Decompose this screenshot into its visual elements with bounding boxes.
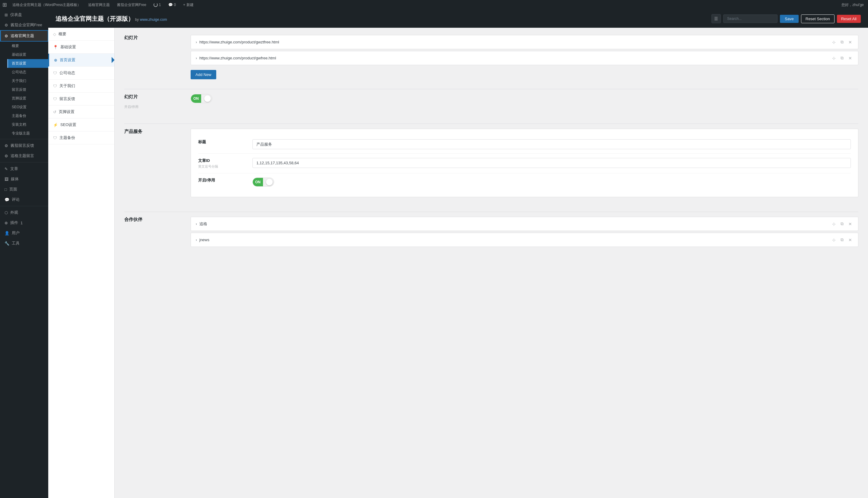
slide-row-2-arrow[interactable]: ›: [196, 56, 197, 60]
nav-item-homepage[interactable]: ⊕ 首页设置: [48, 54, 114, 67]
product-toggle-row: 开启/停用 ON: [198, 173, 851, 191]
sidebar-item-company[interactable]: 公司动态: [7, 68, 48, 77]
search-input[interactable]: [723, 14, 778, 23]
tools-icon: 🔧: [4, 241, 9, 246]
sidebar-item-seo[interactable]: SEO设置: [7, 103, 48, 112]
sidebar-item-posts[interactable]: ✎ 文章: [0, 164, 48, 174]
sidebar-item-comments[interactable]: 💬 评论: [0, 194, 48, 205]
sidebar-item-overview[interactable]: 概要: [7, 42, 48, 50]
product-title-field-label: 标题: [198, 139, 246, 145]
sidebar-item-pages[interactable]: □ 页面: [0, 184, 48, 194]
layout-toggle-button[interactable]: ☰: [711, 14, 721, 23]
customizer-header: 追格企业官网主题（开源版） by www.zhuige.com ☰ Save R…: [48, 10, 868, 28]
sidebar-item-appearance[interactable]: ⬡ 外观: [0, 207, 48, 218]
nav-item-about[interactable]: 🛡 关于我们: [48, 80, 114, 93]
wp-logo-icon[interactable]: ⊞: [2, 1, 7, 8]
slide-row-2-drag[interactable]: ⊹: [831, 55, 837, 61]
adminbar-theme-link[interactable]: 追格官网主题: [86, 0, 112, 10]
product-toggle-switch[interactable]: ON: [252, 178, 274, 187]
sidebar-item-pro[interactable]: 专业版主题: [7, 129, 48, 138]
sidebar-item-jiangjie-feedback[interactable]: ⚙ 酱茄留言反馈: [0, 141, 48, 151]
partners-label: 合作伙伴: [124, 217, 179, 222]
slide-row-1-arrow[interactable]: ›: [196, 40, 197, 44]
comment-icon: 💬: [168, 3, 173, 7]
nav-item-base[interactable]: 📍 基础设置: [48, 41, 114, 54]
nav-icon-themebackup: 🛡: [53, 136, 57, 140]
sync-icon: [154, 3, 158, 7]
product-service-card: 标题 文章ID 英文逗号: [191, 129, 858, 197]
partners-section: 合作伙伴 › 追格 ⊹ ⧉ ✕: [124, 212, 858, 253]
nav-icon-message: 🛡: [53, 97, 57, 101]
nav-item-message[interactable]: 🛡 留言反馈: [48, 93, 114, 105]
nav-item-themebackup[interactable]: 🛡 主题备份: [48, 131, 114, 144]
nav-item-seo[interactable]: ⚡ SEO设置: [48, 118, 114, 131]
slideshow-toggle-sublabel: 开启/停用: [124, 105, 179, 109]
customizer-website-link[interactable]: www.zhuige.com: [140, 17, 167, 22]
partner-row-2-arrow[interactable]: ›: [196, 238, 197, 242]
slideshow-on-label: ON: [191, 94, 201, 103]
sidebar-item-base[interactable]: 基础设置: [7, 50, 48, 59]
sidebar-item-users[interactable]: 👤 用户: [0, 228, 48, 238]
slide-row-2-delete[interactable]: ✕: [847, 55, 853, 61]
sidebar-item-tools[interactable]: 🔧 工具: [0, 238, 48, 248]
adminbar-new[interactable]: + 新建: [181, 0, 195, 10]
nav-icon-company: 🛡: [53, 71, 57, 75]
sidebar-item-plugins[interactable]: ⊕ 插件 1: [0, 218, 48, 228]
sidebar-item-about[interactable]: 关于我们: [7, 77, 48, 85]
sidebar-item-footer[interactable]: 页脚设置: [7, 94, 48, 103]
adminbar-comments[interactable]: 💬 0: [167, 0, 178, 10]
sidebar-item-backup[interactable]: 主题备份: [7, 112, 48, 120]
product-articleid-row: 文章ID 英文逗号分隔: [198, 154, 851, 173]
adminbar-sync[interactable]: 1: [152, 0, 163, 10]
slide-row-1-delete[interactable]: ✕: [847, 39, 853, 45]
slide-row-1-copy[interactable]: ⧉: [839, 39, 845, 45]
adminbar-user: 您好，zhui'ge: [840, 0, 866, 10]
partner-row-2: › jnews ⊹ ⧉ ✕: [191, 233, 858, 247]
reset-section-button[interactable]: Reset Section: [801, 14, 834, 23]
partner-row-2-delete[interactable]: ✕: [847, 237, 853, 243]
slide-row-2-copy[interactable]: ⧉: [839, 55, 845, 61]
nav-icon-footer: ↺: [53, 110, 56, 114]
sidebar-item-dashboard[interactable]: ⊞ 仪表盘: [0, 10, 48, 20]
partner-row-2-actions: ⊹ ⧉ ✕: [831, 237, 853, 243]
settings-icon-3: ⚙: [4, 144, 8, 148]
adminbar-site-name[interactable]: 追格企业官网主题（WordPress主题模板）: [11, 0, 83, 10]
slide-row-1: › https://www.zhuige.com/product/gwztfre…: [191, 35, 858, 49]
sidebar-item-zhuige[interactable]: ⚙ 追格官网主题: [0, 30, 48, 42]
sidebar-item-docs[interactable]: 安装文档: [7, 120, 48, 129]
customizer-title: 追格企业官网主题（开源版） by www.zhuige.com: [55, 15, 167, 23]
slide-row-2-actions: ⊹ ⧉ ✕: [831, 55, 853, 61]
sidebar-item-homepage[interactable]: 首页设置: [7, 59, 48, 68]
slideshow-toggle-knob: [204, 95, 211, 102]
partner-row-1-arrow[interactable]: ›: [196, 222, 197, 226]
sidebar-item-zhuige-feedback[interactable]: ⚙ 追格主题留言: [0, 151, 48, 161]
reset-all-button[interactable]: Reset All: [837, 15, 861, 23]
save-button[interactable]: Save: [780, 15, 799, 23]
partner-row-1-copy[interactable]: ⧉: [839, 221, 845, 227]
sidebar-item-message[interactable]: 留言反馈: [7, 85, 48, 94]
admin-bar: ⊞ 追格企业官网主题（WordPress主题模板） 追格官网主题 酱茄企业官网F…: [0, 0, 868, 10]
sidebar-item-media[interactable]: 🖼 媒体: [0, 174, 48, 184]
add-new-slide-button[interactable]: Add New: [191, 70, 216, 79]
nav-item-company[interactable]: 🛡 公司动态: [48, 67, 114, 80]
slideshow-toggle-switch[interactable]: ON: [191, 94, 212, 103]
slide-row-1-drag[interactable]: ⊹: [831, 39, 837, 45]
partner-row-1-delete[interactable]: ✕: [847, 221, 853, 227]
product-service-label: 产品服务: [124, 129, 179, 134]
partner-row-2-copy[interactable]: ⧉: [839, 237, 845, 243]
product-articleid-input[interactable]: [252, 158, 851, 168]
media-icon: 🖼: [4, 177, 9, 182]
nav-item-gaiyo[interactable]: ◇ 概要: [48, 28, 114, 41]
partner-row-2-drag[interactable]: ⊹: [831, 237, 837, 243]
product-title-input[interactable]: [252, 139, 851, 149]
customizer-actions: ☰ Save Reset Section Reset All: [711, 14, 861, 23]
adminbar-free-link[interactable]: 酱茄企业官网Free: [115, 0, 148, 10]
slide-row-2: › https://www.zhuige.com/product/gwfree.…: [191, 51, 858, 65]
nav-item-footer[interactable]: ↺ 页脚设置: [48, 105, 114, 118]
customizer-nav: ◇ 概要 📍 基础设置 ⊕ 首页设置 🛡 公司动态 🛡: [48, 28, 115, 498]
partner-row-1: › 追格 ⊹ ⧉ ✕: [191, 217, 858, 231]
slide-row-1-actions: ⊹ ⧉ ✕: [831, 39, 853, 45]
sidebar-item-jiangjie[interactable]: ⚙ 酱茄企业官网Free: [0, 20, 48, 30]
plugins-icon: ⊕: [4, 221, 8, 225]
partner-row-1-drag[interactable]: ⊹: [831, 221, 837, 227]
